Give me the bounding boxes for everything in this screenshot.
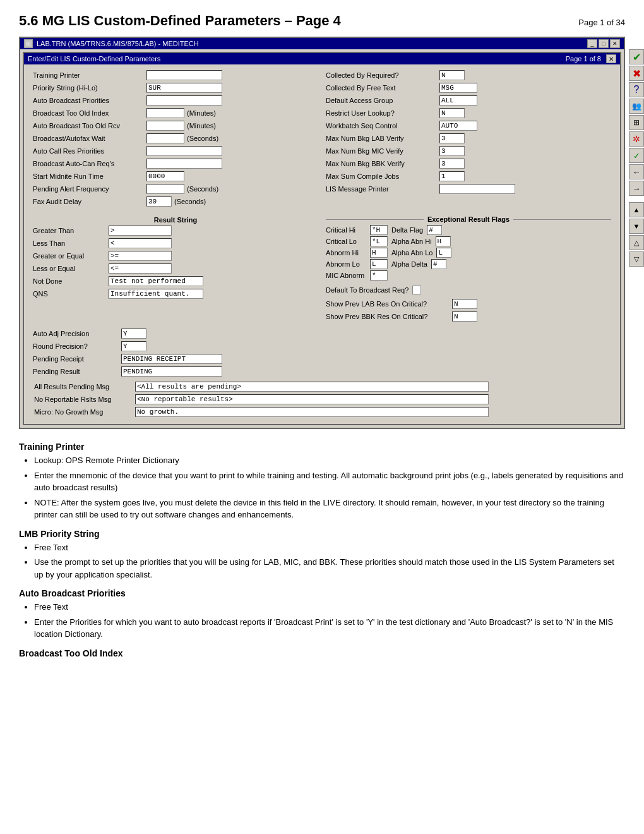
close-button[interactable]: ✕: [610, 39, 620, 48]
default-access-group-input[interactable]: [439, 95, 477, 106]
critical-hi-label: Critical Hi: [326, 226, 370, 234]
broadcast-too-old-index-label: Broadcast Too Old Index: [33, 109, 146, 117]
abnorm-hi-input[interactable]: [370, 248, 388, 258]
all-results-pending-msg-input[interactable]: [135, 382, 489, 392]
delta-flag-input[interactable]: [427, 225, 442, 235]
arrow-down-button[interactable]: ▼: [629, 219, 644, 234]
window-title-left: ⊞ LAB.TRN (MA5/TRNS.6.MIS/875/LAB) - MED…: [24, 39, 199, 48]
arrow-left-button[interactable]: ←: [629, 164, 644, 179]
abnorm-lo-input[interactable]: [370, 259, 388, 269]
grid-button[interactable]: ⊞: [629, 115, 644, 130]
critical-lo-prefix-input[interactable]: [370, 236, 388, 246]
doc-training-printer-heading: Training Printer: [19, 442, 625, 452]
checkall-button[interactable]: ✓: [629, 148, 644, 163]
critical-lo-label: Critical Lo: [326, 238, 370, 245]
greater-than-row: Greater Than: [33, 225, 318, 236]
auto-call-res-priorities-input[interactable]: [146, 146, 222, 156]
minimize-button[interactable]: _: [587, 39, 597, 48]
window-controls[interactable]: _ □ ✕: [587, 39, 620, 48]
micro-no-growth-msg-input[interactable]: [135, 407, 489, 417]
check-button[interactable]: ✔: [629, 49, 644, 64]
broadcast-too-old-index-input[interactable]: [146, 108, 184, 118]
default-to-broadcast-req-label: Default To Broadcast Req?: [326, 286, 408, 294]
star-button[interactable]: ✲: [629, 131, 644, 147]
no-reportable-rslts-msg-input[interactable]: [135, 394, 489, 404]
triangle-up-button[interactable]: △: [629, 235, 644, 250]
micro-no-growth-msg-label: Micro: No Growth Msg: [34, 408, 135, 416]
sidebar-buttons: ✔ ✖ ? 👥 ⊞ ✲ ✓ ← → ▲ ▼ △ ▽: [629, 49, 644, 267]
doc-training-printer: Training Printer Lookup: OPS Remote Prin…: [19, 442, 625, 521]
collected-by-required-input[interactable]: [439, 70, 465, 80]
right-divider: [513, 219, 611, 220]
show-prev-bbk-res-input[interactable]: [452, 311, 477, 322]
alpha-abn-hi-input[interactable]: [436, 236, 451, 246]
less-than-input[interactable]: [109, 238, 172, 248]
show-prev-lab-res-row: Show Prev LAB Res On Critical?: [326, 298, 611, 310]
arrow-right-button[interactable]: →: [629, 181, 644, 196]
round-precision-input[interactable]: [121, 341, 146, 351]
triangle-down-button[interactable]: ▽: [629, 251, 644, 267]
form-left-col: Training Printer Priority String (Hi-Lo): [29, 68, 322, 210]
critical-hi-prefix-input[interactable]: [370, 225, 388, 235]
start-midnite-run-time-input[interactable]: [146, 171, 184, 181]
pending-result-input[interactable]: [121, 366, 222, 377]
less-or-equal-input[interactable]: [109, 263, 172, 274]
auto-broadcast-too-old-rcv-suffix: (Minutes): [187, 122, 216, 130]
qns-input[interactable]: [109, 289, 203, 299]
maximize-button[interactable]: □: [599, 39, 609, 48]
max-num-bkg-bbk-verify-input[interactable]: [439, 159, 465, 169]
start-midnite-run-time-label: Start Midnite Run Time: [33, 172, 146, 180]
abnorm-lo-label: Abnorm Lo: [326, 260, 370, 268]
pending-receipt-input[interactable]: [121, 354, 222, 364]
abnorm-hi-row: Abnorm Hi Alpha Abn Lo: [326, 248, 611, 258]
broadcast-autofax-wait-input[interactable]: [146, 133, 184, 143]
max-sum-compile-jobs-input[interactable]: [439, 171, 465, 181]
window-icon: ⊞: [24, 39, 33, 48]
default-access-group-row: Default Access Group: [326, 95, 611, 106]
dialog-close-button[interactable]: ✕: [606, 54, 616, 63]
workbatch-seq-control-input[interactable]: [439, 121, 477, 131]
collected-by-free-text-input[interactable]: [439, 83, 477, 93]
broadcast-auto-can-reqs-input[interactable]: [146, 159, 222, 169]
mic-abnorm-input[interactable]: [370, 270, 388, 281]
dialog-title-right: Page 1 of 8 ✕: [566, 54, 616, 63]
auto-broadcast-too-old-rcv-input[interactable]: [146, 121, 184, 131]
show-prev-lab-res-input[interactable]: [452, 299, 477, 309]
all-results-pending-msg-row: All Results Pending Msg: [34, 381, 610, 392]
arrow-up-button[interactable]: ▲: [629, 202, 644, 217]
doc-lmb-priority-string-heading: LMB Priority String: [19, 529, 625, 539]
fax-audit-delay-input[interactable]: [146, 196, 172, 207]
lis-message-printer-input[interactable]: [439, 184, 515, 194]
pending-alert-frequency-input[interactable]: [146, 184, 184, 194]
not-done-input[interactable]: [109, 276, 203, 286]
alpha-delta-input[interactable]: [431, 259, 446, 269]
auto-adj-precision-input[interactable]: [121, 329, 146, 339]
page-container: 5.6 MG LIS Custom-Defined Parameters – P…: [19, 13, 625, 658]
greater-or-equal-input[interactable]: [109, 251, 172, 261]
collected-by-required-row: Collected By Required?: [326, 70, 611, 81]
training-printer-input[interactable]: [146, 70, 222, 80]
auto-broadcast-priorities-input[interactable]: [146, 95, 222, 106]
doc-list-item: Lookup: OPS Remote Printer Dictionary: [34, 454, 625, 467]
x-button[interactable]: ✖: [629, 66, 644, 81]
priority-string-input[interactable]: [146, 83, 222, 93]
doc-broadcast-too-old-index: Broadcast Too Old Index: [19, 648, 625, 658]
page-header: 5.6 MG LIS Custom-Defined Parameters – P…: [19, 13, 625, 29]
round-precision-row: Round Precision?: [33, 341, 318, 352]
alpha-abn-lo-input[interactable]: [436, 248, 451, 258]
show-prev-bbk-res-label: Show Prev BBK Res On Critical?: [326, 313, 452, 320]
all-results-pending-msg-label: All Results Pending Msg: [34, 383, 135, 390]
restrict-user-lookup-input[interactable]: [439, 108, 465, 118]
greater-than-input[interactable]: [109, 226, 172, 236]
not-done-label: Not Done: [33, 277, 109, 285]
people-button[interactable]: 👥: [629, 99, 644, 114]
max-num-bkg-mic-verify-input[interactable]: [439, 146, 465, 156]
help-button[interactable]: ?: [629, 82, 644, 97]
pending-alert-frequency-row: Pending Alert Frequency (Seconds): [33, 183, 318, 195]
max-num-bkg-lab-verify-input[interactable]: [439, 133, 465, 143]
default-to-broadcast-req-checkbox[interactable]: [412, 286, 421, 294]
main-window: ⊞ LAB.TRN (MA5/TRNS.6.MIS/875/LAB) - MED…: [19, 37, 625, 429]
doc-list-item: Free Text: [34, 601, 625, 613]
broadcast-autofax-wait-suffix: (Seconds): [187, 135, 218, 142]
dialog-page: Page 1 of 8: [566, 55, 601, 63]
